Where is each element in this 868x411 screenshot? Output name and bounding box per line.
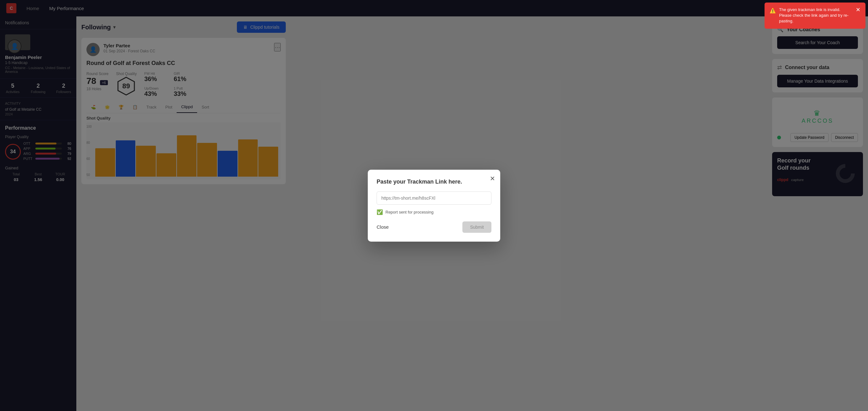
trackman-link-input[interactable]: [377, 191, 491, 205]
toast-message: The given trackman link is invalid. Plea…: [779, 7, 852, 24]
success-text: Report sent for processing: [385, 210, 433, 215]
modal-submit-button[interactable]: Submit: [462, 221, 491, 233]
toast-close-button[interactable]: ✕: [856, 7, 861, 12]
success-check-icon: ✅: [377, 209, 383, 215]
modal-close-icon-button[interactable]: ✕: [490, 175, 495, 182]
modal-overlay: Paste your Trackman Link here. ✕ ✅ Repor…: [0, 0, 868, 411]
warning-icon: ⚠️: [770, 7, 776, 14]
modal-close-button[interactable]: Close: [377, 224, 389, 230]
error-toast: ⚠️ The given trackman link is invalid. P…: [765, 2, 866, 29]
modal-footer: Close Submit: [377, 221, 491, 233]
trackman-modal: Paste your Trackman Link here. ✕ ✅ Repor…: [368, 170, 500, 242]
modal-title: Paste your Trackman Link here.: [377, 179, 491, 185]
modal-success-message: ✅ Report sent for processing: [377, 209, 491, 215]
